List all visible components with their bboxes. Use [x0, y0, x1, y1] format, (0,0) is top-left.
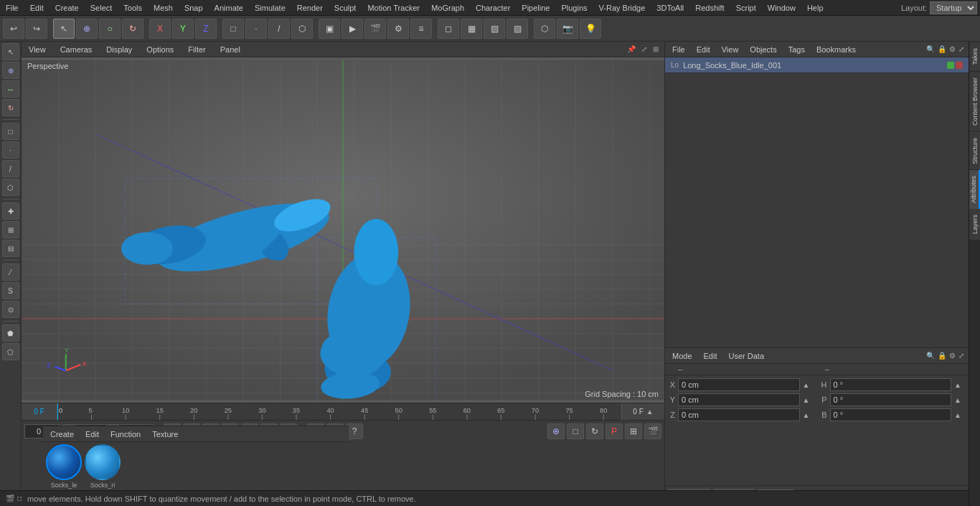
scale-button[interactable]: ↔	[2, 80, 19, 98]
viewport[interactable]: X Y Z Perspective Grid Spacing : 10 cm	[22, 57, 664, 403]
pb-move-button[interactable]: ⊕	[547, 423, 565, 439]
material-sphere-socks-left[interactable]	[46, 444, 82, 480]
menu-mesh[interactable]: Mesh	[148, 2, 179, 14]
menu-mograph[interactable]: MoGraph	[425, 2, 470, 14]
attr-search-icon[interactable]: 🔍	[926, 352, 935, 360]
menu-pipeline[interactable]: Pipeline	[516, 2, 555, 14]
tab-content-browser[interactable]: Content Browser	[969, 71, 980, 131]
vp-menu-panel[interactable]: Panel	[217, 44, 243, 55]
vp-menu-options[interactable]: Options	[143, 44, 176, 55]
live-selection-button[interactable]: ↖	[2, 43, 19, 60]
snap2-button[interactable]: ⊞	[2, 221, 19, 238]
move-tool-button[interactable]: ⊕	[76, 19, 98, 39]
om-expand-icon[interactable]: ⤢	[958, 45, 964, 53]
vp-menu-filter[interactable]: Filter	[185, 44, 208, 55]
attr-lock-icon[interactable]: 🔒	[938, 352, 946, 360]
tab-attributes[interactable]: Attributes	[969, 169, 980, 209]
menu-sculpt[interactable]: Sculpt	[329, 2, 362, 14]
om-menu-objects[interactable]: Objects	[747, 44, 779, 55]
rotate-tool-button[interactable]: ↻	[122, 19, 143, 39]
snap-button[interactable]: ✚	[2, 202, 19, 220]
menu-file[interactable]: File	[0, 2, 24, 14]
timeline[interactable]: 0 F 0 5 10 15 20 25	[22, 403, 664, 420]
points-side-button[interactable]: ·	[2, 141, 19, 159]
om-search-icon[interactable]: 🔍	[926, 45, 935, 53]
om-menu-bookmarks[interactable]: Bookmarks	[814, 44, 859, 55]
attr-settings-icon[interactable]: ⚙	[949, 352, 956, 360]
om-lock-icon[interactable]: 🔒	[938, 45, 946, 53]
sculpt2-side-button[interactable]: ⬠	[2, 343, 19, 360]
menu-animate[interactable]: Animate	[209, 2, 249, 14]
b-rot-value[interactable]: 0 °	[830, 408, 952, 421]
menu-create[interactable]: Create	[50, 2, 85, 14]
menu-script[interactable]: Script	[730, 2, 762, 14]
b-stepper-icon[interactable]: ▲	[954, 411, 966, 419]
knife-button[interactable]: ∕	[2, 263, 19, 281]
scale-tool-button[interactable]: ○	[99, 19, 121, 39]
workplane-button[interactable]: ⊟	[2, 240, 19, 257]
tab-takes[interactable]: Takes	[969, 42, 980, 71]
vp-layout-icon[interactable]: ⊞	[651, 44, 660, 55]
om-menu-view[interactable]: View	[719, 44, 742, 55]
mat-menu-create[interactable]: Create	[47, 428, 77, 440]
render-queue-button[interactable]: ≡	[410, 19, 432, 39]
om-settings-icon[interactable]: ⚙	[949, 45, 956, 53]
redo-button[interactable]: ↪	[26, 19, 47, 39]
layout-select[interactable]: Startup	[930, 1, 977, 14]
polys-mode-button[interactable]: ⬡	[291, 19, 313, 39]
y-axis-button[interactable]: Y	[172, 19, 194, 39]
render-to-picture-button[interactable]: 🎬	[364, 19, 386, 39]
tab-layers[interactable]: Layers	[969, 209, 980, 240]
y-stepper-icon[interactable]: ▲	[803, 396, 814, 404]
material-item-socks-right[interactable]: Socks_ri	[85, 444, 121, 489]
attr-expand-icon[interactable]: ⤢	[958, 352, 964, 360]
menu-tools[interactable]: Tools	[118, 2, 148, 14]
vp-menu-display[interactable]: Display	[103, 44, 135, 55]
render-view-button[interactable]: ▶	[341, 19, 363, 39]
attr-menu-mode[interactable]: Mode	[669, 350, 695, 362]
move-button[interactable]: ⊕	[2, 62, 19, 79]
menu-simulate[interactable]: Simulate	[249, 2, 291, 14]
front-view-button[interactable]: ▧	[484, 19, 505, 39]
x-stepper-icon[interactable]: ▲	[803, 381, 814, 389]
menu-redshift[interactable]: Redshift	[689, 2, 730, 14]
om-menu-file[interactable]: File	[669, 44, 688, 55]
vp-menu-view[interactable]: View	[26, 44, 49, 55]
vp-arrows-icon[interactable]: ⤢	[640, 44, 649, 55]
menu-motion-tracker[interactable]: Motion Tracker	[362, 2, 425, 14]
p-stepper-icon[interactable]: ▲	[954, 396, 966, 404]
mat-menu-edit[interactable]: Edit	[83, 428, 102, 440]
z-stepper-icon[interactable]: ▲	[803, 411, 814, 419]
vp-menu-cameras[interactable]: Cameras	[57, 44, 95, 55]
perspective-view-button[interactable]: ◻	[438, 19, 459, 39]
fill-button[interactable]: S	[2, 282, 19, 299]
material-sphere-socks-right[interactable]	[85, 444, 121, 480]
object-mode-button[interactable]: □	[222, 19, 244, 39]
menu-vray[interactable]: V-Ray Bridge	[593, 2, 651, 14]
mat-menu-function[interactable]: Function	[108, 428, 143, 440]
points-mode-button[interactable]: ·	[245, 19, 267, 39]
render-region-button[interactable]: ▣	[319, 19, 340, 39]
menu-window[interactable]: Window	[762, 2, 801, 14]
tab-structure[interactable]: Structure	[969, 131, 980, 170]
pb-scale-button[interactable]: □	[567, 423, 584, 439]
paint-button[interactable]: ⊙	[2, 301, 19, 318]
menu-edit[interactable]: Edit	[24, 2, 50, 14]
pb-grid-button[interactable]: ⊞	[625, 423, 642, 439]
rotate-button[interactable]: ↻	[2, 99, 19, 116]
mat-menu-texture[interactable]: Texture	[149, 428, 181, 440]
om-menu-tags[interactable]: Tags	[786, 44, 808, 55]
y-pos-value[interactable]: 0 cm	[678, 393, 800, 406]
menu-help[interactable]: Help	[801, 2, 829, 14]
h-stepper-icon[interactable]: ▲	[954, 381, 966, 389]
material-item-socks-left[interactable]: Socks_le	[46, 444, 82, 489]
sculpt-side-button[interactable]: ⬟	[2, 324, 19, 342]
attr-menu-userdata[interactable]: User Data	[726, 350, 768, 362]
pb-render-preview-button[interactable]: 🎬	[644, 423, 661, 439]
floor-button[interactable]: ⬡	[534, 19, 555, 39]
top-view-button[interactable]: ▦	[461, 19, 482, 39]
menu-3dtoall[interactable]: 3DToAll	[651, 2, 689, 14]
om-menu-edit[interactable]: Edit	[694, 44, 713, 55]
object-mode-side-button[interactable]: □	[2, 123, 19, 140]
vp-pin-icon[interactable]: 📌	[626, 44, 637, 55]
